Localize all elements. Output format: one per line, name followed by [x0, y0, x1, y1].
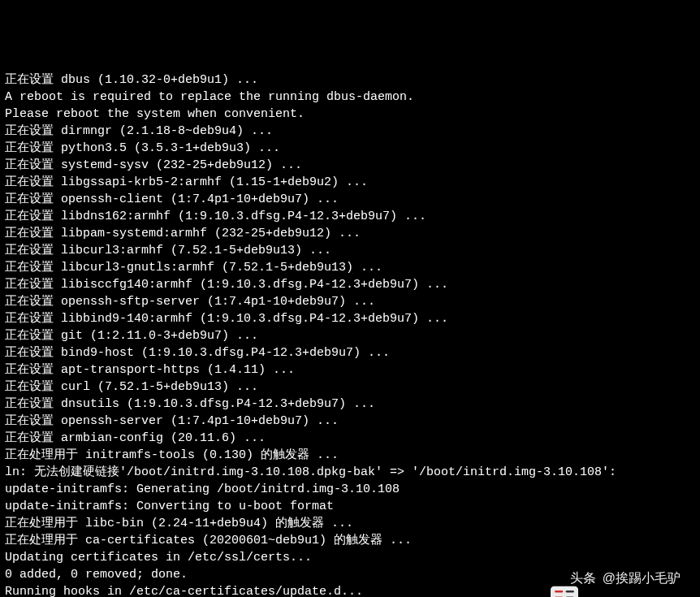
- watermark: 头条 @挨踢小毛驴: [536, 566, 681, 589]
- terminal-output: 正在设置 dbus (1.10.32-0+deb9u1) ...A reboot…: [5, 71, 695, 597]
- output-line: 正在设置 openssh-client (1:7.4p1-10+deb9u7) …: [5, 191, 695, 208]
- output-line: 正在设置 curl (7.52.1-5+deb9u13) ...: [5, 379, 695, 396]
- toutiao-icon: [536, 566, 564, 589]
- output-line: update-initramfs: Generating /boot/initr…: [5, 481, 695, 498]
- svg-rect-1: [555, 591, 563, 593]
- output-line: ln: 无法创建硬链接'/boot/initrd.img-3.10.108.dp…: [5, 464, 695, 481]
- output-line: 正在设置 libpam-systemd:armhf (232-25+deb9u1…: [5, 225, 695, 242]
- svg-rect-0: [551, 586, 578, 597]
- output-line: A reboot is required to replace the runn…: [5, 89, 695, 106]
- output-line: Updating certificates in /etc/ssl/certs.…: [5, 549, 695, 566]
- output-line: 正在设置 apt-transport-https (1.4.11) ...: [5, 361, 695, 379]
- watermark-handle: @挨踢小毛驴: [603, 569, 681, 586]
- svg-rect-3: [565, 591, 573, 593]
- output-line: 正在设置 libbind9-140:armhf (1:9.10.3.dfsg.P…: [5, 310, 695, 327]
- output-line: 正在设置 bind9-host (1:9.10.3.dfsg.P4-12.3+d…: [5, 344, 695, 361]
- output-line: 正在处理用于 libc-bin (2.24-11+deb9u4) 的触发器 ..…: [5, 515, 695, 532]
- output-line: 正在设置 libcurl3-gnutls:armhf (7.52.1-5+deb…: [5, 259, 695, 276]
- output-line: 正在设置 libdns162:armhf (1:9.10.3.dfsg.P4-1…: [5, 208, 695, 225]
- output-line: Please reboot the system when convenient…: [5, 106, 695, 123]
- output-line: 正在处理用于 ca-certificates (20200601~deb9u1)…: [5, 532, 695, 549]
- output-line: 正在处理用于 initramfs-tools (0.130) 的触发器 ...: [5, 447, 695, 464]
- output-line: 正在设置 libgssapi-krb5-2:armhf (1.15-1+deb9…: [5, 174, 695, 191]
- output-line: 正在设置 armbian-config (20.11.6) ...: [5, 430, 695, 447]
- output-line: update-initramfs: Converting to u-boot f…: [5, 498, 695, 515]
- output-line: 正在设置 dbus (1.10.32-0+deb9u1) ...: [5, 71, 695, 89]
- output-line: 正在设置 dirmngr (2.1.18-8~deb9u4) ...: [5, 123, 695, 140]
- output-line: 正在设置 libcurl3:armhf (7.52.1-5+deb9u13) .…: [5, 242, 695, 259]
- output-line: 正在设置 openssh-sftp-server (1:7.4p1-10+deb…: [5, 293, 695, 310]
- output-line: 正在设置 libisccfg140:armhf (1:9.10.3.dfsg.P…: [5, 276, 695, 293]
- output-line: 正在设置 python3.5 (3.5.3-1+deb9u3) ...: [5, 140, 695, 157]
- output-line: 正在设置 systemd-sysv (232-25+deb9u12) ...: [5, 157, 695, 174]
- output-line: 正在设置 dnsutils (1:9.10.3.dfsg.P4-12.3+deb…: [5, 396, 695, 413]
- output-line: 正在设置 git (1:2.11.0-3+deb9u7) ...: [5, 327, 695, 344]
- output-line: 正在设置 openssh-server (1:7.4p1-10+deb9u7) …: [5, 413, 695, 430]
